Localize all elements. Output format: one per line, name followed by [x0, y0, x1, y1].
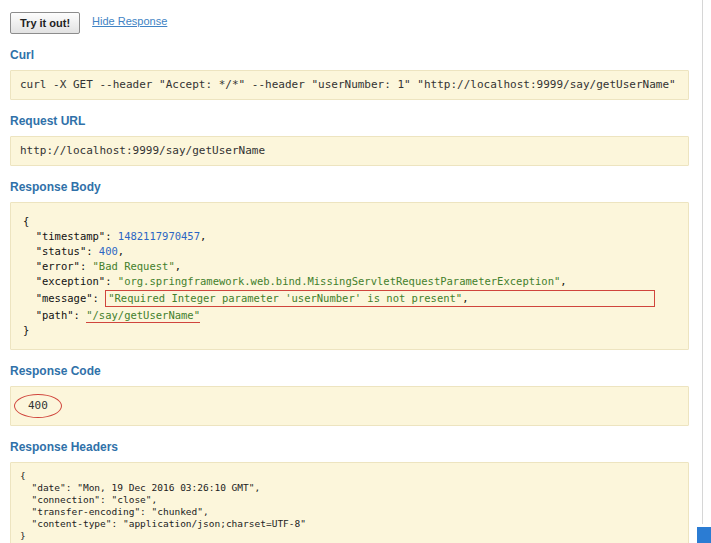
json-key: "exception":: [23, 275, 118, 287]
scrollbar-track[interactable]: [702, 0, 703, 524]
response-code-block: 400: [10, 386, 689, 426]
json-value: 400: [99, 245, 118, 257]
json-line-path: "path": "/say/getUserName": [23, 308, 676, 323]
response-headers-heading: Response Headers: [10, 440, 689, 454]
json-key: "error":: [23, 260, 93, 272]
json-comma: ,: [560, 275, 566, 287]
json-comma: ,: [175, 260, 181, 272]
json-value: 1482117970457: [118, 230, 200, 242]
swagger-response-panel: Try it out! Hide Response Curl curl -X G…: [0, 0, 711, 543]
annotation-red-box: "Required Integer parameter 'userNumber'…: [105, 290, 654, 307]
toolbar: Try it out! Hide Response: [10, 12, 689, 34]
annotation-red-underline: "/say/getUserName": [86, 309, 200, 323]
json-line-error: "error": "Bad Request",: [23, 259, 676, 274]
response-code-value: 400: [28, 399, 48, 412]
json-value: "org.springframework.web.bind.MissingSer…: [118, 275, 561, 287]
json-comma: ,: [118, 245, 124, 257]
hide-response-link[interactable]: Hide Response: [92, 15, 167, 27]
json-close-brace: }: [23, 324, 29, 336]
json-key: "path":: [23, 309, 86, 321]
response-body-heading: Response Body: [10, 180, 689, 194]
json-key: "timestamp":: [23, 230, 118, 242]
response-code-heading: Response Code: [10, 364, 689, 378]
annotation-red-ellipse: 400: [14, 394, 62, 418]
curl-heading: Curl: [10, 48, 689, 62]
json-key: "status":: [23, 245, 99, 257]
json-line-exception: "exception": "org.springframework.web.bi…: [23, 274, 676, 289]
json-line-status: "status": 400,: [23, 244, 676, 259]
json-value: "Required Integer parameter 'userNumber'…: [108, 292, 462, 304]
response-body-block: { "timestamp": 1482117970457, "status": …: [10, 202, 689, 350]
json-value: "/say/getUserName": [86, 309, 200, 321]
corner-accent: [697, 527, 711, 543]
json-comma: ,: [200, 230, 206, 242]
json-value: "Bad Request": [93, 260, 175, 272]
json-line: {: [23, 214, 676, 229]
json-line-timestamp: "timestamp": 1482117970457,: [23, 229, 676, 244]
try-it-out-button[interactable]: Try it out!: [10, 12, 80, 34]
json-comma: ,: [462, 292, 468, 304]
response-headers-block: { "date": "Mon, 19 Dec 2016 03:26:10 GMT…: [10, 462, 689, 543]
json-key: "message":: [23, 292, 105, 304]
json-line-message: "message": "Required Integer parameter '…: [23, 289, 676, 308]
curl-command-block: curl -X GET --header "Accept: */*" --hea…: [10, 70, 689, 100]
json-open-brace: {: [23, 215, 29, 227]
json-line: }: [23, 323, 676, 338]
request-url-heading: Request URL: [10, 114, 689, 128]
request-url-block: http://localhost:9999/say/getUserName: [10, 136, 689, 166]
